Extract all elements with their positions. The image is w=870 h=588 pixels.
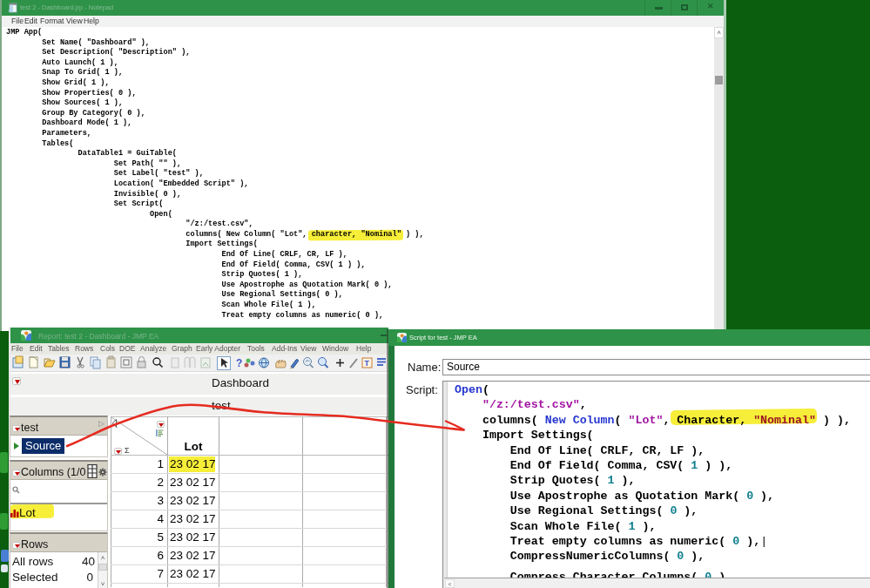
svg-text:?: ?	[236, 357, 242, 369]
svg-text:T: T	[365, 359, 370, 368]
